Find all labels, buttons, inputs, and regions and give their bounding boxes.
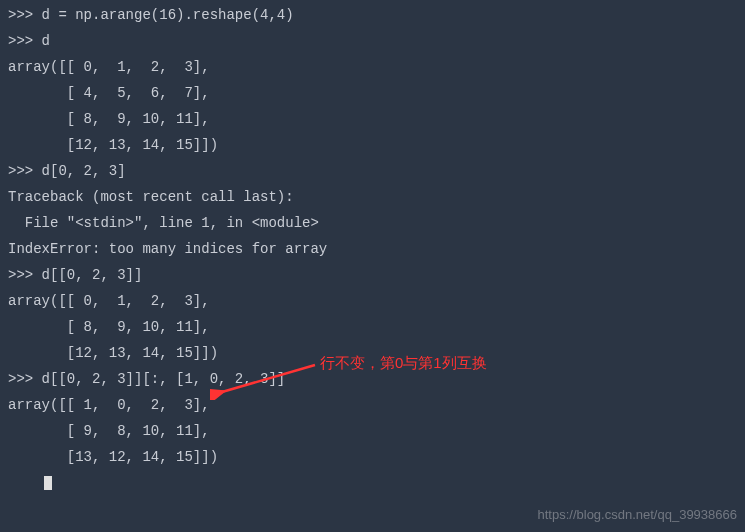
output-line: [12, 13, 14, 15]]) <box>8 340 737 366</box>
output-line: array([[ 0, 1, 2, 3], <box>8 288 737 314</box>
terminal-output: >>> d = np.arange(16).reshape(4,4) >>> d… <box>0 2 745 496</box>
output-line: [ 9, 8, 10, 11], <box>8 418 737 444</box>
output-line: array([[ 0, 1, 2, 3], <box>8 54 737 80</box>
code-line: >>> d[[0, 2, 3]][:, [1, 0, 2, 3]] <box>8 366 737 392</box>
output-line: [ 8, 9, 10, 11], <box>8 314 737 340</box>
cursor-icon <box>44 476 52 490</box>
output-line: [12, 13, 14, 15]]) <box>8 132 737 158</box>
code-line: >>> d <box>8 28 737 54</box>
output-line: [ 4, 5, 6, 7], <box>8 80 737 106</box>
output-line: array([[ 1, 0, 2, 3], <box>8 392 737 418</box>
code-line: >>> d = np.arange(16).reshape(4,4) <box>8 2 737 28</box>
code-line: >>> d[[0, 2, 3]] <box>8 262 737 288</box>
code-line: >>> d[0, 2, 3] <box>8 158 737 184</box>
traceback-line: Traceback (most recent call last): <box>8 184 737 210</box>
watermark: https://blog.csdn.net/qq_39938666 <box>538 502 738 528</box>
traceback-line: File "<stdin>", line 1, in <module> <box>8 210 737 236</box>
prompt-line[interactable] <box>8 470 737 496</box>
output-line: [13, 12, 14, 15]]) <box>8 444 737 470</box>
error-line: IndexError: too many indices for array <box>8 236 737 262</box>
output-line: [ 8, 9, 10, 11], <box>8 106 737 132</box>
